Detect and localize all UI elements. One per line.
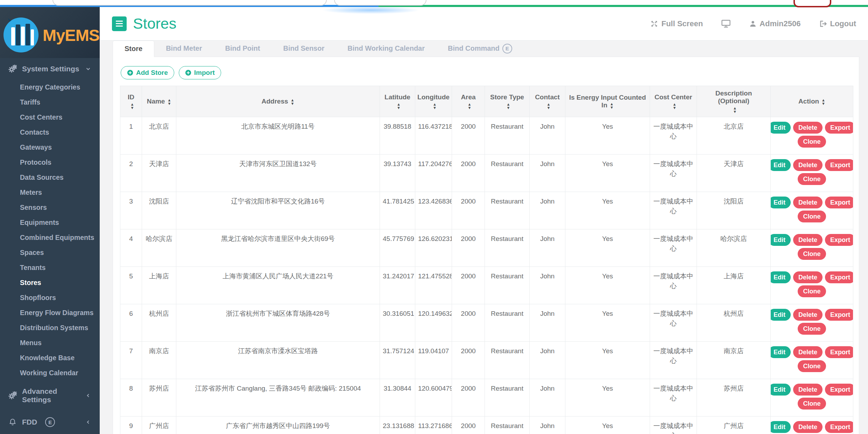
sidebar-item-tariffs[interactable]: Tariffs (0, 95, 100, 110)
sidebar-item-meters[interactable]: Meters (0, 185, 100, 200)
delete-button[interactable]: Delete (793, 197, 823, 208)
col-header-action[interactable]: Action (771, 86, 853, 117)
sidebar-section-advanced-settings[interactable]: Advanced Settings (0, 380, 100, 411)
export-button[interactable]: Export (825, 421, 853, 433)
col-header-store_type[interactable]: Store Type (485, 86, 530, 117)
sidebar-item-distribution-systems[interactable]: Distribution Systems (0, 320, 100, 335)
cell-counted_in: Yes (565, 417, 650, 434)
sidebar-item-protocols[interactable]: Protocols (0, 155, 100, 170)
sidebar-item-menus[interactable]: Menus (0, 335, 100, 350)
export-button[interactable]: Export (825, 309, 853, 321)
col-header-address[interactable]: Address (176, 86, 380, 117)
tab-bind-point[interactable]: Bind Point (213, 40, 271, 57)
delete-button[interactable]: Delete (793, 234, 823, 246)
import-button[interactable]: Import (179, 66, 221, 79)
sidebar-item-contacts[interactable]: Contacts (0, 125, 100, 140)
tab-bind-meter[interactable]: Bind Meter (154, 40, 213, 57)
sidebar-item-energy-categories[interactable]: Energy Categories (0, 80, 100, 95)
logout-icon (819, 20, 827, 28)
user-menu[interactable]: Admin2506 (749, 19, 800, 28)
cell-action: EditDeleteExportClone (771, 229, 853, 267)
cell-description: 沈阳店 (697, 192, 771, 229)
delete-button[interactable]: Delete (793, 271, 823, 283)
export-button[interactable]: Export (825, 197, 853, 208)
sidebar-item-tenants[interactable]: Tenants (0, 260, 100, 275)
edit-button[interactable]: Edit (771, 122, 791, 134)
edit-button[interactable]: Edit (771, 197, 791, 208)
sidebar-item-knowledge-base[interactable]: Knowledge Base (0, 350, 100, 365)
sidebar-item-gateways[interactable]: Gateways (0, 140, 100, 155)
menu-toggle-button[interactable] (112, 16, 127, 31)
sidebar-section-system-settings[interactable]: System Settings (0, 58, 100, 80)
clone-button[interactable]: Clone (798, 136, 826, 148)
column-label: Area (461, 93, 475, 101)
delete-button[interactable]: Delete (793, 122, 823, 134)
cell-name: 杭州店 (142, 304, 176, 342)
sort-icon (673, 102, 677, 109)
edit-button[interactable]: Edit (771, 159, 791, 171)
delete-button[interactable]: Delete (793, 159, 823, 171)
browser-red-button-fragment (793, 0, 831, 7)
cell-id: 5 (120, 267, 142, 304)
sidebar-item-data-sources[interactable]: Data Sources (0, 170, 100, 185)
clone-button[interactable]: Clone (798, 248, 826, 260)
clone-button[interactable]: Clone (798, 398, 826, 410)
col-header-contact[interactable]: Contact (530, 86, 565, 117)
sidebar-item-combined-equipments[interactable]: Combined Equipments (0, 230, 100, 245)
cell-cost_center: 一度城成本中心 (650, 304, 697, 342)
export-button[interactable]: Export (825, 122, 853, 134)
edit-button[interactable]: Edit (771, 346, 791, 358)
col-header-cost_center[interactable]: Cost Center (650, 86, 697, 117)
tab-store[interactable]: Store (113, 41, 154, 57)
edit-button[interactable]: Edit (771, 234, 791, 246)
sidebar-section-fdd[interactable]: FDDE (0, 411, 100, 434)
col-header-id[interactable]: ID (120, 86, 142, 117)
edit-button[interactable]: Edit (771, 309, 791, 321)
clone-button[interactable]: Clone (798, 211, 826, 222)
sidebar-item-energy-flow-diagrams[interactable]: Energy Flow Diagrams (0, 305, 100, 320)
display-button[interactable] (721, 19, 731, 28)
fullscreen-button[interactable]: Full Screen (650, 19, 703, 28)
delete-button[interactable]: Delete (793, 309, 823, 321)
tab-bind-command[interactable]: Bind CommandE (436, 40, 524, 57)
clone-button[interactable]: Clone (798, 323, 826, 335)
cell-latitude: 23.131688 (380, 417, 415, 434)
sidebar-item-stores[interactable]: Stores (0, 275, 100, 290)
delete-button[interactable]: Delete (793, 346, 823, 358)
cell-cost_center: 一度城成本中心 (650, 379, 697, 417)
column-label: Action (798, 98, 819, 105)
sidebar-item-spaces[interactable]: Spaces (0, 245, 100, 260)
export-button[interactable]: Export (825, 271, 853, 283)
cell-area: 2000 (452, 267, 485, 304)
add-store-button[interactable]: Add Store (121, 66, 174, 79)
col-header-description[interactable]: Description (Optional) (697, 86, 771, 117)
delete-button[interactable]: Delete (793, 384, 823, 396)
export-button[interactable]: Export (825, 159, 853, 171)
sidebar-item-shopfloors[interactable]: Shopfloors (0, 290, 100, 305)
export-button[interactable]: Export (825, 384, 853, 396)
clone-button[interactable]: Clone (798, 360, 826, 372)
clone-button[interactable]: Clone (798, 173, 826, 185)
col-header-area[interactable]: Area (452, 86, 485, 117)
sidebar-item-sensors[interactable]: Sensors (0, 200, 100, 215)
logout-button[interactable]: Logout (819, 19, 856, 28)
col-header-name[interactable]: Name (142, 86, 176, 117)
table-row: 1北京店北京市东城区光明路11号39.88518116.4372182000Re… (120, 117, 853, 155)
edit-button[interactable]: Edit (771, 271, 791, 283)
tab-bind-working-calendar[interactable]: Bind Working Calendar (336, 40, 436, 57)
export-button[interactable]: Export (825, 346, 853, 358)
col-header-counted_in[interactable]: Is Energy Input Counted In (565, 86, 650, 117)
delete-button[interactable]: Delete (793, 421, 823, 433)
col-header-latitude[interactable]: Latitude (380, 86, 415, 117)
edit-button[interactable]: Edit (771, 421, 791, 433)
sidebar-item-equipments[interactable]: Equipments (0, 215, 100, 230)
col-header-longitude[interactable]: Longitude (415, 86, 452, 117)
sidebar-item-working-calendar[interactable]: Working Calendar (0, 365, 100, 380)
edit-button[interactable]: Edit (771, 384, 791, 396)
sidebar-item-cost-centers[interactable]: Cost Centers (0, 110, 100, 125)
tab-label: Bind Working Calendar (347, 44, 425, 52)
cell-description: 北京店 (697, 117, 771, 155)
clone-button[interactable]: Clone (798, 285, 826, 297)
tab-bind-sensor[interactable]: Bind Sensor (271, 40, 336, 57)
export-button[interactable]: Export (825, 234, 853, 246)
